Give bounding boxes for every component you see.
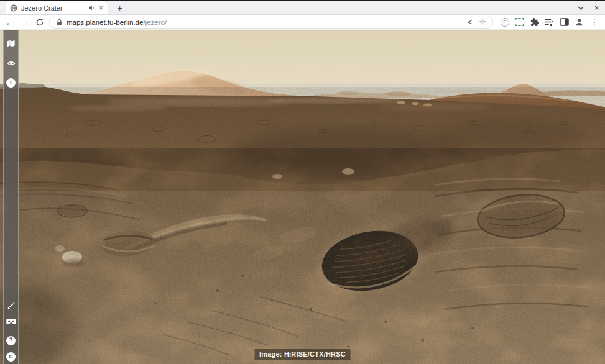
window-restore-chevron-down-icon[interactable] bbox=[578, 6, 584, 10]
profile-avatar-icon[interactable] bbox=[575, 17, 584, 27]
window-close-button[interactable]: × bbox=[594, 4, 599, 12]
help-icon: ? bbox=[6, 336, 16, 345]
eye-icon bbox=[6, 59, 16, 68]
fullscreen-button[interactable] bbox=[6, 301, 16, 311]
share-icon[interactable]: < bbox=[468, 19, 472, 26]
extensions-toolbar: P ⋮ bbox=[498, 17, 601, 27]
window-controls: × bbox=[578, 1, 599, 14]
new-tab-button[interactable]: + bbox=[114, 2, 125, 13]
vr-mode-button[interactable] bbox=[6, 317, 16, 327]
forward-button[interactable]: → bbox=[20, 18, 30, 27]
playlist-note-extension-icon[interactable] bbox=[545, 18, 554, 27]
fullscreen-expand-icon bbox=[7, 301, 16, 310]
browser-window: Jezero Crater × + × ← → maps.planet.fu-b… bbox=[0, 0, 605, 364]
tab-close-button[interactable]: × bbox=[99, 4, 103, 12]
image-attribution: Image: HiRISE/CTX/HRSC bbox=[254, 349, 351, 360]
back-button[interactable]: ← bbox=[4, 18, 15, 27]
screenshot-frame-extension-icon[interactable] bbox=[515, 18, 524, 26]
help-button[interactable]: ? bbox=[6, 335, 16, 345]
tab-audio-speaker-icon[interactable] bbox=[88, 4, 95, 11]
extensions-puzzle-icon[interactable] bbox=[530, 17, 539, 27]
info-icon: i bbox=[6, 78, 16, 88]
extension-circled-p-icon[interactable]: P bbox=[501, 18, 509, 27]
terrain-texture bbox=[0, 87, 605, 364]
tab-strip: Jezero Crater × + × bbox=[0, 1, 605, 14]
info-glyph: i bbox=[10, 80, 12, 86]
viewer-sidebar: i ? C bbox=[3, 30, 19, 364]
side-panel-icon[interactable] bbox=[560, 18, 569, 26]
copyright-glyph: C bbox=[9, 354, 13, 360]
tab-jezero-crater[interactable]: Jezero Crater × bbox=[6, 1, 108, 14]
map-icon bbox=[6, 39, 16, 48]
mars-terrain-view[interactable] bbox=[0, 30, 605, 364]
info-button[interactable]: i bbox=[6, 78, 16, 88]
address-bar-actions: < ☆ bbox=[468, 18, 486, 26]
viewer-content: i ? C Image: HiRISE/CTX/HRSC bbox=[0, 30, 605, 364]
help-glyph: ? bbox=[9, 337, 12, 344]
reload-button[interactable] bbox=[35, 18, 44, 27]
navigation-bar: ← → maps.planet.fu-berlin.de/jezero/ < ☆… bbox=[0, 15, 605, 30]
credits-button[interactable]: C bbox=[6, 352, 16, 362]
vr-goggles-icon bbox=[6, 318, 16, 325]
kebab-menu-icon[interactable]: ⋮ bbox=[589, 19, 599, 26]
map-layers-button[interactable] bbox=[6, 39, 16, 48]
bookmark-star-icon[interactable]: ☆ bbox=[479, 18, 486, 26]
url-host: maps.planet.fu-berlin.de bbox=[67, 19, 143, 26]
tab-favicon-globe-icon bbox=[10, 4, 17, 12]
tab-title: Jezero Crater bbox=[21, 4, 85, 12]
address-bar[interactable]: maps.planet.fu-berlin.de/jezero/ < ☆ bbox=[49, 16, 493, 29]
view-toggle-button[interactable] bbox=[6, 58, 16, 68]
copyright-icon: C bbox=[6, 352, 16, 362]
url-path: /jezero/ bbox=[143, 19, 167, 26]
padlock-icon[interactable] bbox=[56, 19, 63, 26]
